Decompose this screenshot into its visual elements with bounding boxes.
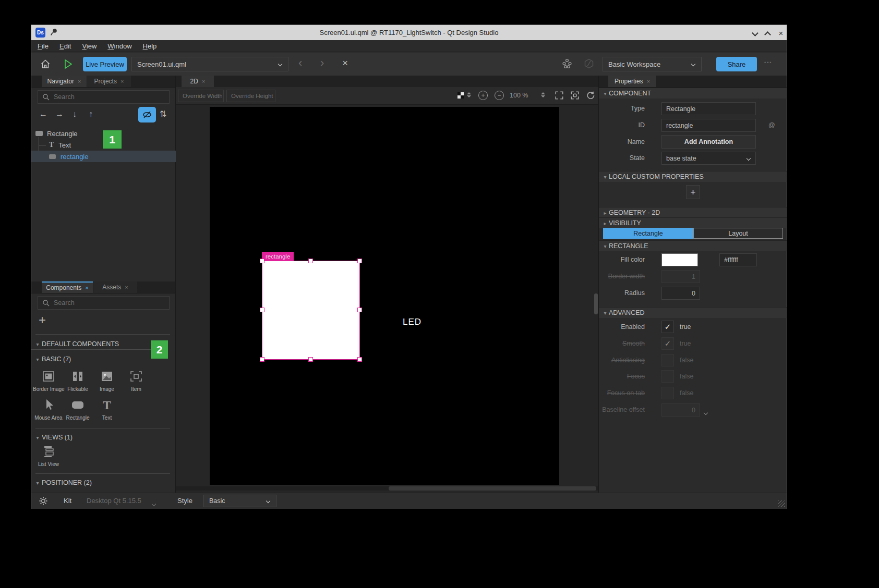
component-flickable[interactable]: Flickable — [62, 369, 93, 392]
close-tab-icon[interactable]: × — [125, 284, 128, 290]
resize-handle-s[interactable] — [308, 357, 313, 362]
add-module-button[interactable]: + — [39, 313, 46, 327]
section-geometry-2d[interactable]: ▸ GEOMETRY - 2D — [599, 207, 787, 218]
home-icon[interactable] — [40, 58, 51, 70]
components-search-input[interactable] — [53, 299, 169, 307]
resize-handle-n[interactable] — [308, 259, 313, 263]
component-list-view[interactable]: List View — [33, 444, 64, 467]
background-color-selector[interactable] — [457, 92, 464, 99]
zoom-in-icon[interactable]: + — [478, 91, 488, 100]
component-mouse-area[interactable]: Mouse Area — [33, 397, 64, 421]
override-width-input[interactable] — [178, 92, 223, 100]
component-border-image[interactable]: Border Image — [33, 369, 64, 392]
section-component[interactable]: ▾ COMPONENT — [599, 88, 787, 99]
show-invisible-toggle[interactable] — [138, 107, 156, 123]
tab-projects[interactable]: Projects× — [87, 76, 131, 87]
move-up-icon[interactable]: ↑ — [89, 109, 93, 119]
close-tab-icon[interactable]: × — [202, 78, 205, 84]
components-search[interactable] — [38, 296, 170, 310]
section-positioner[interactable]: ▾ POSITIONER (2) — [31, 477, 176, 488]
reset-view-icon[interactable] — [586, 91, 595, 102]
tab-navigator[interactable]: Navigator× — [42, 76, 87, 87]
move-down-icon[interactable]: ↓ — [73, 109, 77, 119]
baseline-offset-dropdown[interactable] — [704, 407, 707, 416]
tab-properties[interactable]: Properties× — [608, 76, 656, 87]
back-icon[interactable]: ‹ — [298, 56, 302, 70]
live-preview-button[interactable]: Live Preview — [83, 57, 127, 71]
section-rectangle[interactable]: ▾ RECTANGLE — [599, 240, 787, 251]
close-tab-icon[interactable]: × — [121, 78, 124, 84]
resize-handle-nw[interactable] — [260, 259, 264, 263]
run-deploy-icon[interactable] — [561, 58, 573, 69]
style-dropdown[interactable]: Basic — [203, 495, 276, 507]
type-input[interactable] — [662, 105, 755, 113]
fill-color-hex-input[interactable] — [720, 256, 756, 264]
more-options-icon[interactable]: ••• — [764, 60, 772, 65]
menu-file[interactable]: File — [38, 42, 49, 50]
component-image[interactable]: Image — [91, 369, 123, 392]
close-window-button[interactable]: × — [776, 28, 786, 38]
vertical-scrollbar[interactable] — [594, 293, 598, 314]
section-local-custom-properties[interactable]: ▾ LOCAL CUSTOM PROPERTIES — [599, 171, 787, 182]
tab-rectangle-props[interactable]: Rectangle — [603, 228, 693, 239]
resize-handle-sw[interactable] — [260, 357, 264, 362]
component-text[interactable]: T Text — [91, 397, 123, 421]
section-advanced[interactable]: ▾ ADVANCED — [599, 307, 787, 318]
gear-icon[interactable] — [39, 496, 48, 508]
navigator-search[interactable] — [38, 90, 170, 104]
tab-2d[interactable]: 2D× — [182, 76, 214, 87]
section-default-components[interactable]: ▾ DEFAULT COMPONENTS — [31, 339, 167, 350]
open-document-dropdown[interactable]: Screen01.ui.qml — [131, 57, 288, 71]
add-custom-property-button[interactable]: + — [686, 185, 700, 199]
component-item[interactable]: Item — [121, 369, 152, 392]
forward-icon[interactable]: › — [320, 56, 324, 70]
radius-input[interactable] — [662, 290, 700, 297]
fit-screen-icon[interactable] — [555, 91, 564, 102]
state-dropdown[interactable]: base state — [661, 152, 756, 165]
enabled-checkbox[interactable]: ✓ — [661, 321, 674, 333]
zoom-spinner[interactable] — [541, 92, 545, 97]
tab-components[interactable]: Components× — [42, 281, 93, 293]
fill-color-hex-field[interactable] — [719, 253, 757, 266]
menu-edit[interactable]: Edit — [59, 42, 71, 50]
close-tab-icon[interactable]: × — [78, 78, 81, 84]
menu-view[interactable]: View — [82, 42, 97, 50]
section-views[interactable]: ▾ VIEWS (1) — [31, 432, 176, 443]
close-document-icon[interactable]: × — [342, 57, 348, 69]
annotation-at-icon[interactable]: @ — [768, 121, 775, 129]
id-field[interactable] — [661, 119, 756, 132]
move-right-icon[interactable]: → — [55, 109, 64, 119]
kit-dropdown-chevron-icon[interactable] — [152, 498, 155, 508]
selected-rectangle[interactable] — [262, 261, 360, 360]
tab-layout-props[interactable]: Layout — [693, 228, 783, 239]
override-height-field[interactable] — [226, 90, 275, 102]
tree-item-rectangle-selected[interactable]: rectangle — [31, 151, 176, 162]
zoom-out-icon[interactable]: − — [495, 91, 504, 100]
id-input[interactable] — [662, 122, 755, 129]
menu-window[interactable]: Window — [107, 42, 131, 50]
resize-handle-ne[interactable] — [357, 259, 362, 263]
move-left-icon[interactable]: ← — [39, 109, 47, 119]
menu-help[interactable]: Help — [143, 42, 157, 50]
horizontal-scrollbar[interactable] — [389, 486, 596, 491]
section-visibility[interactable]: ▸ VISIBILITY — [599, 217, 787, 228]
tab-assets[interactable]: Assets× — [93, 281, 137, 293]
resize-grip[interactable] — [778, 500, 785, 507]
run-project-icon[interactable] — [62, 58, 74, 70]
zoom-selection-icon[interactable] — [570, 91, 580, 102]
close-tab-icon[interactable]: × — [85, 285, 88, 291]
workspace-dropdown[interactable]: Basic Workspace — [603, 57, 702, 71]
override-height-input[interactable] — [227, 92, 275, 100]
navigator-search-input[interactable] — [53, 93, 169, 101]
type-field[interactable] — [661, 102, 756, 115]
share-button[interactable]: Share — [716, 57, 757, 71]
minimize-button[interactable] — [750, 28, 760, 38]
component-rectangle[interactable]: Rectangle — [62, 397, 93, 421]
reverse-order-icon[interactable]: ⇅ — [160, 109, 166, 119]
qml-screen[interactable]: rectangle LED — [210, 107, 559, 485]
resize-handle-se[interactable] — [357, 357, 362, 362]
override-width-field[interactable] — [178, 90, 224, 102]
resize-handle-w[interactable] — [260, 308, 264, 312]
resize-handle-e[interactable] — [357, 308, 362, 312]
close-tab-icon[interactable]: × — [647, 78, 650, 84]
